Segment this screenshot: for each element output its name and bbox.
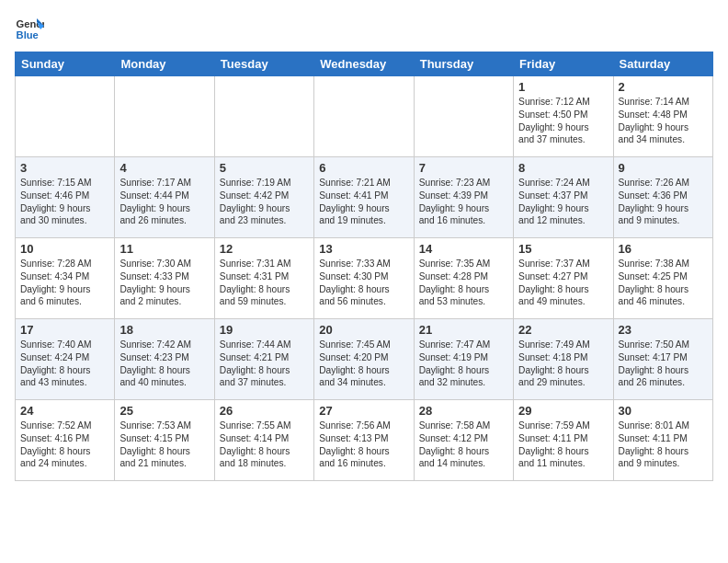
calendar-cell: 19Sunrise: 7:44 AMSunset: 4:21 PMDayligh… — [214, 319, 313, 400]
calendar-cell: 27Sunrise: 7:56 AMSunset: 4:13 PMDayligh… — [314, 400, 414, 481]
calendar-cell: 17Sunrise: 7:40 AMSunset: 4:24 PMDayligh… — [16, 319, 115, 400]
cell-info: Sunrise: 7:31 AMSunset: 4:31 PMDaylight:… — [220, 258, 309, 308]
calendar-cell: 14Sunrise: 7:35 AMSunset: 4:28 PMDayligh… — [414, 238, 513, 319]
calendar-cell: 2Sunrise: 7:14 AMSunset: 4:48 PMDaylight… — [613, 76, 712, 157]
calendar-cell: 26Sunrise: 7:55 AMSunset: 4:14 PMDayligh… — [214, 400, 313, 481]
cell-info: Sunrise: 7:37 AMSunset: 4:27 PMDaylight:… — [518, 258, 608, 308]
day-number: 6 — [319, 161, 408, 175]
day-number: 13 — [319, 242, 408, 256]
calendar-cell: 3Sunrise: 7:15 AMSunset: 4:46 PMDaylight… — [16, 157, 115, 238]
calendar-cell: 5Sunrise: 7:19 AMSunset: 4:42 PMDaylight… — [214, 157, 313, 238]
calendar-cell: 20Sunrise: 7:45 AMSunset: 4:20 PMDayligh… — [314, 319, 414, 400]
calendar-cell: 21Sunrise: 7:47 AMSunset: 4:19 PMDayligh… — [414, 319, 513, 400]
cell-info: Sunrise: 7:17 AMSunset: 4:44 PMDaylight:… — [119, 177, 209, 227]
calendar-cell: 1Sunrise: 7:12 AMSunset: 4:50 PMDaylight… — [514, 76, 613, 157]
cell-info: Sunrise: 7:21 AMSunset: 4:41 PMDaylight:… — [319, 177, 408, 227]
cell-info: Sunrise: 7:58 AMSunset: 4:12 PMDaylight:… — [419, 419, 508, 470]
calendar-cell — [115, 76, 214, 157]
cell-info: Sunrise: 7:24 AMSunset: 4:37 PMDaylight:… — [518, 177, 608, 227]
day-number: 14 — [419, 242, 508, 256]
cell-info: Sunrise: 7:44 AMSunset: 4:21 PMDaylight:… — [220, 339, 309, 389]
calendar-cell — [314, 76, 414, 157]
calendar-cell: 8Sunrise: 7:24 AMSunset: 4:37 PMDaylight… — [514, 157, 613, 238]
day-number: 3 — [20, 161, 109, 175]
calendar-week-row: 1Sunrise: 7:12 AMSunset: 4:50 PMDaylight… — [16, 76, 713, 157]
calendar-cell: 7Sunrise: 7:23 AMSunset: 4:39 PMDaylight… — [414, 157, 513, 238]
day-number: 8 — [518, 161, 608, 175]
cell-info: Sunrise: 7:15 AMSunset: 4:46 PMDaylight:… — [20, 177, 109, 227]
day-number: 2 — [619, 80, 708, 94]
logo: General Blue — [15, 15, 48, 44]
day-number: 30 — [619, 404, 708, 418]
day-number: 27 — [319, 404, 408, 418]
day-header-monday: Monday — [115, 52, 214, 76]
day-number: 1 — [518, 80, 608, 94]
day-number: 15 — [518, 242, 608, 256]
cell-info: Sunrise: 7:47 AMSunset: 4:19 PMDaylight:… — [419, 339, 508, 389]
calendar-cell: 11Sunrise: 7:30 AMSunset: 4:33 PMDayligh… — [115, 238, 214, 319]
cell-info: Sunrise: 7:45 AMSunset: 4:20 PMDaylight:… — [319, 339, 408, 389]
day-number: 29 — [518, 404, 608, 418]
calendar-cell: 12Sunrise: 7:31 AMSunset: 4:31 PMDayligh… — [214, 238, 313, 319]
day-number: 19 — [220, 323, 309, 337]
day-number: 25 — [119, 404, 209, 418]
day-header-thursday: Thursday — [414, 52, 513, 76]
day-header-wednesday: Wednesday — [314, 52, 414, 76]
calendar-cell — [16, 76, 115, 157]
day-number: 16 — [619, 242, 708, 256]
day-number: 12 — [220, 242, 309, 256]
cell-info: Sunrise: 7:26 AMSunset: 4:36 PMDaylight:… — [619, 177, 708, 227]
calendar-cell: 16Sunrise: 7:38 AMSunset: 4:25 PMDayligh… — [613, 238, 712, 319]
day-number: 23 — [619, 323, 708, 337]
calendar-cell: 10Sunrise: 7:28 AMSunset: 4:34 PMDayligh… — [16, 238, 115, 319]
day-number: 24 — [20, 404, 109, 418]
calendar-cell — [214, 76, 313, 157]
calendar-header-row: SundayMondayTuesdayWednesdayThursdayFrid… — [16, 52, 713, 76]
cell-info: Sunrise: 7:14 AMSunset: 4:48 PMDaylight:… — [619, 96, 708, 146]
calendar-cell: 30Sunrise: 8:01 AMSunset: 4:11 PMDayligh… — [613, 400, 712, 481]
cell-info: Sunrise: 7:28 AMSunset: 4:34 PMDaylight:… — [20, 258, 109, 308]
calendar-cell: 15Sunrise: 7:37 AMSunset: 4:27 PMDayligh… — [514, 238, 613, 319]
day-number: 20 — [319, 323, 408, 337]
calendar-cell: 18Sunrise: 7:42 AMSunset: 4:23 PMDayligh… — [115, 319, 214, 400]
day-header-tuesday: Tuesday — [214, 52, 313, 76]
calendar-week-row: 24Sunrise: 7:52 AMSunset: 4:16 PMDayligh… — [16, 400, 713, 481]
cell-info: Sunrise: 7:40 AMSunset: 4:24 PMDaylight:… — [20, 339, 109, 389]
calendar-week-row: 17Sunrise: 7:40 AMSunset: 4:24 PMDayligh… — [16, 319, 713, 400]
logo-icon: General Blue — [15, 15, 44, 44]
cell-info: Sunrise: 8:01 AMSunset: 4:11 PMDaylight:… — [619, 419, 708, 470]
svg-text:Blue: Blue — [17, 29, 39, 40]
cell-info: Sunrise: 7:59 AMSunset: 4:11 PMDaylight:… — [518, 419, 608, 470]
calendar-week-row: 3Sunrise: 7:15 AMSunset: 4:46 PMDaylight… — [16, 157, 713, 238]
cell-info: Sunrise: 7:52 AMSunset: 4:16 PMDaylight:… — [20, 419, 109, 470]
calendar-cell: 25Sunrise: 7:53 AMSunset: 4:15 PMDayligh… — [115, 400, 214, 481]
calendar-cell: 13Sunrise: 7:33 AMSunset: 4:30 PMDayligh… — [314, 238, 414, 319]
calendar-cell: 22Sunrise: 7:49 AMSunset: 4:18 PMDayligh… — [514, 319, 613, 400]
day-number: 26 — [220, 404, 309, 418]
cell-info: Sunrise: 7:56 AMSunset: 4:13 PMDaylight:… — [319, 419, 408, 470]
cell-info: Sunrise: 7:35 AMSunset: 4:28 PMDaylight:… — [419, 258, 508, 308]
calendar-table: SundayMondayTuesdayWednesdayThursdayFrid… — [15, 52, 713, 481]
day-number: 17 — [20, 323, 109, 337]
day-number: 22 — [518, 323, 608, 337]
day-header-friday: Friday — [514, 52, 613, 76]
day-number: 28 — [419, 404, 508, 418]
calendar-week-row: 10Sunrise: 7:28 AMSunset: 4:34 PMDayligh… — [16, 238, 713, 319]
cell-info: Sunrise: 7:50 AMSunset: 4:17 PMDaylight:… — [619, 339, 708, 389]
cell-info: Sunrise: 7:53 AMSunset: 4:15 PMDaylight:… — [119, 419, 209, 470]
calendar-cell: 29Sunrise: 7:59 AMSunset: 4:11 PMDayligh… — [514, 400, 613, 481]
day-number: 18 — [119, 323, 209, 337]
day-number: 5 — [220, 161, 309, 175]
day-header-sunday: Sunday — [16, 52, 115, 76]
cell-info: Sunrise: 7:55 AMSunset: 4:14 PMDaylight:… — [220, 419, 309, 470]
calendar-cell — [414, 76, 513, 157]
calendar-cell: 9Sunrise: 7:26 AMSunset: 4:36 PMDaylight… — [613, 157, 712, 238]
cell-info: Sunrise: 7:30 AMSunset: 4:33 PMDaylight:… — [119, 258, 209, 308]
calendar-cell: 24Sunrise: 7:52 AMSunset: 4:16 PMDayligh… — [16, 400, 115, 481]
cell-info: Sunrise: 7:19 AMSunset: 4:42 PMDaylight:… — [220, 177, 309, 227]
day-number: 10 — [20, 242, 109, 256]
day-number: 9 — [619, 161, 708, 175]
cell-info: Sunrise: 7:12 AMSunset: 4:50 PMDaylight:… — [518, 96, 608, 146]
cell-info: Sunrise: 7:23 AMSunset: 4:39 PMDaylight:… — [419, 177, 508, 227]
day-number: 4 — [119, 161, 209, 175]
